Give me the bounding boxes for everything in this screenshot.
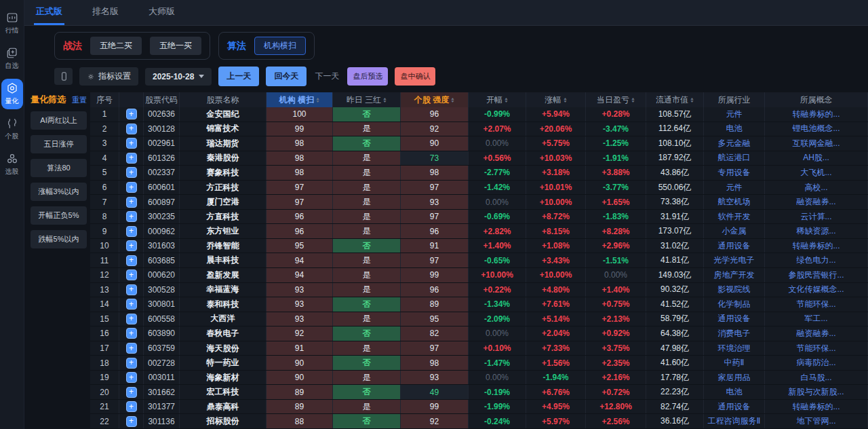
cell-concept[interactable]: 转融券标的... xyxy=(765,400,868,414)
cell-industry[interactable]: 化学制品 xyxy=(704,297,765,312)
nav-item-stock[interactable]: 个股 xyxy=(1,114,23,145)
tab-master[interactable]: 大师版 xyxy=(146,0,177,25)
column-header-pnl[interactable]: 当日盈亏▲▼ xyxy=(586,92,646,107)
add-stock-button[interactable]: + xyxy=(126,358,137,369)
column-header-open[interactable]: 开幅▲▼ xyxy=(469,92,526,107)
column-header-strength[interactable]: 个股 强度▲▼ xyxy=(401,92,469,107)
column-header-sweep[interactable]: 机构 横扫▲▼ xyxy=(267,92,333,107)
cell-industry[interactable]: 电池 xyxy=(704,122,765,136)
add-stock-button[interactable]: + xyxy=(126,153,137,164)
column-header-chg[interactable]: 涨幅▲▼ xyxy=(526,92,586,107)
cell-concept[interactable]: 参股民营银行... xyxy=(765,268,868,282)
cell-concept[interactable]: 节能环保... xyxy=(765,341,868,356)
cell-concept[interactable]: 高校... xyxy=(765,181,868,195)
table-row[interactable]: 15+600558大西洋93是95-2.09%+5.14%+2.13%58.79… xyxy=(90,312,868,327)
add-stock-button[interactable]: + xyxy=(126,401,137,412)
add-stock-button[interactable]: + xyxy=(126,314,137,324)
cell-concept[interactable]: 锂电池概念... xyxy=(765,122,868,136)
strategy-button-wujue2[interactable]: 五绝二买 xyxy=(90,37,142,55)
add-stock-button[interactable]: + xyxy=(126,211,137,222)
table-row[interactable]: 18+002728特一药业90否98-1.47%+1.56%+2.35%41.6… xyxy=(90,356,868,371)
add-stock-button[interactable]: + xyxy=(126,109,137,119)
table-row[interactable]: 8+300235方直科技96是97-0.69%+8.72%-1.83%31.91… xyxy=(90,210,868,225)
table-row[interactable]: 17+603759海天股份91是97+0.10%+7.33%+3.75%47.9… xyxy=(90,341,868,356)
filter-drop-within-5pct[interactable]: 跌幅5%以内 xyxy=(31,230,87,248)
add-stock-button[interactable]: + xyxy=(126,182,137,193)
nav-item-screener[interactable]: 选股 xyxy=(1,149,23,180)
cell-industry[interactable]: 通用设备 xyxy=(704,312,765,327)
cell-concept[interactable]: 融资融券... xyxy=(765,327,868,341)
add-stock-button[interactable]: + xyxy=(126,372,137,383)
cell-industry[interactable]: 消费电子 xyxy=(704,327,765,341)
add-stock-button[interactable]: + xyxy=(126,269,137,280)
cell-industry[interactable]: 元件 xyxy=(704,181,765,195)
cell-concept[interactable]: 新股与次新股... xyxy=(765,385,868,399)
cell-industry[interactable]: 家居用品 xyxy=(704,371,765,385)
cell-industry[interactable]: 工程咨询服务Ⅱ xyxy=(704,414,765,428)
date-picker[interactable]: 2025-10-28 xyxy=(145,68,212,86)
filter-five-day-limit[interactable]: 五日涨停 xyxy=(31,135,87,153)
add-stock-button[interactable]: + xyxy=(126,387,137,398)
cell-concept[interactable]: 转融券标的... xyxy=(765,107,868,122)
cell-concept[interactable]: 地下管网... xyxy=(765,414,868,428)
cell-concept[interactable]: AH股... xyxy=(765,151,868,166)
add-stock-button[interactable]: + xyxy=(126,226,137,237)
after-market-preselect-button[interactable]: 盘后预选 xyxy=(347,67,388,86)
add-stock-button[interactable]: + xyxy=(126,167,137,178)
table-row[interactable]: 20+301662宏工科技89否49-0.19%+6.76%+0.72%22.2… xyxy=(90,385,868,400)
add-stock-button[interactable]: + xyxy=(126,240,137,251)
table-row[interactable]: 16+603890春秋电子92否820.00%+2.04%+0.92%64.38… xyxy=(90,327,868,341)
nav-item-quant[interactable]: 量化 xyxy=(1,79,23,109)
table-row[interactable]: 9+000962东方钽业96是96+2.82%+8.15%+8.28%173.0… xyxy=(90,224,868,239)
tab-official[interactable]: 正式版 xyxy=(34,0,64,25)
table-row[interactable]: 22+301136招标股份88否92-0.24%+5.97%+2.56%36.1… xyxy=(90,414,868,429)
intraday-confirm-button[interactable]: 盘中确认 xyxy=(395,67,435,86)
nav-item-market[interactable]: 行情 xyxy=(1,8,23,39)
filter-algo-80[interactable]: 算法80 xyxy=(31,159,87,177)
cell-concept[interactable]: 绿色电力... xyxy=(765,253,868,267)
cell-concept[interactable]: 融资融券... xyxy=(765,195,868,209)
filter-gain-within-3pct[interactable]: 涨幅3%以内 xyxy=(31,183,87,201)
algorithm-button-institution-sweep[interactable]: 机构横扫 xyxy=(254,37,306,55)
nav-item-watchlist[interactable]: 自选 xyxy=(1,43,23,74)
table-row[interactable]: 6+600601方正科技97是97-1.42%+10.01%-3.77%550.… xyxy=(90,181,868,195)
add-stock-button[interactable]: + xyxy=(126,197,137,208)
next-day-button[interactable]: 下一天 xyxy=(313,71,340,82)
cell-industry[interactable]: 小金属 xyxy=(704,224,765,238)
cell-industry[interactable]: 航空机场 xyxy=(704,195,765,209)
cell-concept[interactable]: 军工... xyxy=(765,312,868,327)
strategy-button-wujue1[interactable]: 五绝一买 xyxy=(150,37,201,55)
prev-day-button[interactable]: 上一天 xyxy=(218,67,259,86)
cell-concept[interactable]: 互联网金融... xyxy=(765,136,868,151)
add-stock-button[interactable]: + xyxy=(126,343,137,354)
cell-industry[interactable]: 通用设备 xyxy=(704,239,765,253)
cell-industry[interactable]: 航运港口 xyxy=(704,151,765,166)
table-row[interactable]: 2+300128锦富技术99是92+2.07%+20.06%-3.47%112.… xyxy=(90,122,868,137)
table-row[interactable]: 13+300528幸福蓝海93是96+0.22%+4.80%+1.40%90.3… xyxy=(90,283,868,298)
cell-concept[interactable]: 文化传媒概念... xyxy=(765,283,868,297)
column-header-cap[interactable]: 流通市值▲▼ xyxy=(646,92,704,107)
indicator-settings-button[interactable]: 指标设置 xyxy=(79,67,138,86)
cell-industry[interactable]: 元件 xyxy=(704,107,765,122)
cell-industry[interactable]: 多元金融 xyxy=(704,136,765,151)
table-row[interactable]: 7+600897厦门空港97是930.00%+10.00%+1.65%73.38… xyxy=(90,195,868,210)
cell-concept[interactable]: 大飞机... xyxy=(765,166,868,180)
reset-filters-button[interactable]: 重置 xyxy=(72,95,87,105)
table-row[interactable]: 14+300801泰和科技93否89-1.34%+7.61%+0.75%41.5… xyxy=(90,297,868,312)
cell-industry[interactable]: 房地产开发 xyxy=(704,268,765,282)
cell-concept[interactable]: 节能环保... xyxy=(765,297,868,312)
add-stock-button[interactable]: + xyxy=(126,299,137,310)
cell-concept[interactable]: 病毒防治... xyxy=(765,356,868,370)
cell-concept[interactable]: 云计算... xyxy=(765,210,868,224)
cell-industry[interactable]: 环境治理 xyxy=(704,341,765,356)
filter-ai-two-red[interactable]: AI两红以上 xyxy=(31,111,87,130)
cell-industry[interactable]: 中药Ⅱ xyxy=(704,356,765,370)
add-stock-button[interactable]: + xyxy=(126,124,137,134)
cell-industry[interactable]: 影视院线 xyxy=(704,283,765,297)
list-view-button[interactable] xyxy=(54,68,73,85)
cell-industry[interactable]: 电池 xyxy=(704,385,765,399)
table-row[interactable]: 11+603685晨丰科技94是97-0.65%+3.43%-1.51%41.8… xyxy=(90,253,868,268)
add-stock-button[interactable]: + xyxy=(126,255,137,266)
table-row[interactable]: 5+002337赛象科技98是98-2.77%+3.18%+3.88%43.86… xyxy=(90,166,868,181)
cell-concept[interactable]: 白马股... xyxy=(765,371,868,385)
